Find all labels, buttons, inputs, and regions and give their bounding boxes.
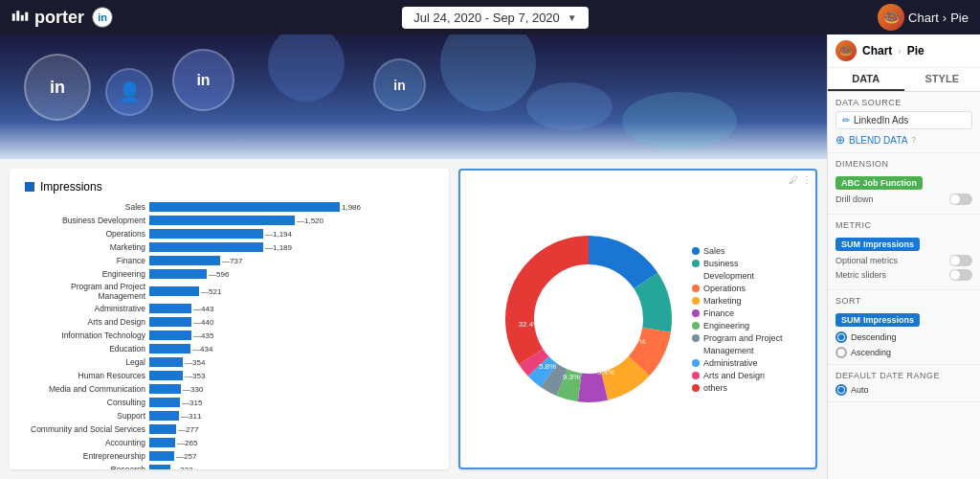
- bar-container: —223: [149, 464, 434, 469]
- bar-row: Consulting—315: [25, 397, 434, 408]
- tab-style[interactable]: STYLE: [904, 68, 981, 91]
- logo-text: porter: [34, 8, 84, 28]
- legend-dot-eng: [692, 322, 700, 330]
- bar-value: —330: [183, 385, 203, 394]
- metric-sliders-toggle[interactable]: [949, 269, 972, 281]
- bar-value: —435: [193, 331, 213, 340]
- legend-dot-mkt: [692, 297, 700, 305]
- bar-fill: [149, 331, 191, 340]
- bar-row: Research—223: [25, 464, 434, 469]
- toolbar-icon-1[interactable]: 🖊: [789, 174, 798, 185]
- bar-value: —353: [185, 372, 205, 380]
- bar-fill: [149, 451, 174, 461]
- auto-radio[interactable]: [835, 384, 847, 396]
- bar-value: —315: [182, 399, 202, 407]
- bar-label: Human Resources: [25, 371, 149, 380]
- svg-point-0: [546, 276, 632, 362]
- bar-row: Administrative—443: [25, 303, 434, 314]
- pie-label-fin: 5.8%: [539, 362, 556, 371]
- bar-fill: [149, 465, 170, 469]
- panel-chart-icon: 🍩: [835, 40, 857, 61]
- bar-row: Information Technology—435: [25, 330, 434, 341]
- bar-fill: [149, 304, 191, 313]
- legend-dot-ops: [692, 285, 700, 292]
- bar-row: Support—311: [25, 410, 434, 422]
- bar-row: Community and Social Services—277: [25, 423, 434, 435]
- ascending-radio[interactable]: [835, 347, 847, 358]
- pie-legend: Sales Business Development Operatio: [692, 246, 783, 393]
- bar-container: —315: [149, 397, 434, 408]
- bar-container: —1,194: [149, 228, 434, 240]
- pie-chart-svg: 15.6% 11.9% 9.4% 9.3% 5.8% 32.4%: [493, 223, 684, 415]
- bar-fill: [149, 384, 181, 394]
- dimension-chip-prefix: ABC: [841, 178, 860, 188]
- bar-row: Engineering—596: [25, 268, 434, 280]
- bar-label: Arts and Design: [25, 317, 149, 327]
- toolbar-icon-2[interactable]: ⋮: [802, 174, 812, 185]
- descending-radio[interactable]: [835, 331, 847, 343]
- dimension-chip[interactable]: ABC Job Function: [835, 176, 923, 190]
- bar-value: —1,520: [297, 217, 323, 225]
- bar-row: Business Development—1,520: [25, 215, 434, 226]
- bar-fill: [149, 242, 263, 252]
- legend-dot-sales: [692, 247, 700, 255]
- drill-down-toggle[interactable]: [949, 194, 972, 205]
- default-date-range-label: Default date range: [835, 371, 972, 380]
- bar-container: —265: [149, 437, 434, 448]
- data-source-selector[interactable]: ✏ LinkedIn Ads: [835, 111, 972, 129]
- auto-label: Auto: [851, 385, 869, 395]
- legend-ppm-2: Management: [692, 346, 783, 355]
- legend-fin: Finance: [692, 308, 783, 318]
- bar-label: Media and Communication: [25, 384, 149, 394]
- descending-label: Descending: [851, 332, 897, 342]
- bar-fill: [149, 317, 191, 327]
- date-range-picker[interactable]: Jul 24, 2020 - Sep 7, 2020 ▼: [402, 7, 588, 29]
- bar-label: Sales: [25, 202, 149, 212]
- drill-down-row: Drill down: [835, 194, 972, 205]
- bar-row: Sales1,986: [25, 201, 434, 213]
- dimension-label: Dimension: [835, 159, 972, 169]
- panel-chart-label: Chart: [862, 44, 892, 57]
- bar-label: Support: [25, 411, 149, 421]
- legend-ops: Operations: [692, 284, 783, 293]
- bar-row: Marketing—1,189: [25, 241, 434, 253]
- legend-mkt: Marketing: [692, 296, 783, 306]
- optional-metrics-toggle[interactable]: [949, 255, 972, 266]
- plus-icon: ⊕: [835, 133, 845, 147]
- pie-container: 15.6% 11.9% 9.4% 9.3% 5.8% 32.4% Sales: [468, 178, 808, 460]
- legend-dot-admin: [692, 359, 700, 367]
- sort-descending[interactable]: Descending: [835, 331, 972, 343]
- bar-label: Information Technology: [25, 331, 149, 340]
- pie-label: Pie: [950, 11, 969, 25]
- canvas-area: in 👤 in in Impressions: [0, 34, 827, 479]
- blend-data-button[interactable]: ⊕ BLEND DATA ?: [835, 133, 972, 147]
- bar-row: Accounting—265: [25, 437, 434, 448]
- legend-dot-others: [692, 384, 700, 392]
- bar-fill: [149, 344, 190, 354]
- bar-label: Marketing: [25, 242, 149, 252]
- sort-chip[interactable]: SUM Impressions: [835, 313, 920, 327]
- data-source-label: Data source: [835, 98, 972, 107]
- tab-data[interactable]: DATA: [828, 68, 904, 91]
- bar-label: Business Development: [25, 216, 149, 225]
- bar-value: —1,194: [265, 230, 292, 239]
- sort-ascending[interactable]: Ascending: [835, 347, 972, 358]
- bar-fill: [149, 398, 180, 407]
- pie-label-mkt: 9.3%: [563, 373, 580, 381]
- metric-chip[interactable]: SUM Impressions: [835, 238, 920, 251]
- pie-chart-panel[interactable]: 🖊 ⋮: [458, 169, 817, 469]
- sort-label: Sort: [835, 296, 972, 306]
- legend-arts: Arts and Design: [692, 371, 783, 380]
- legend-sales: Sales: [692, 246, 783, 256]
- pencil-icon: ✏: [842, 115, 850, 125]
- bar-row: Arts and Design—440: [25, 316, 434, 328]
- data-source-name: LinkedIn Ads: [854, 115, 908, 125]
- panel-tabs: DATA STYLE: [828, 68, 980, 92]
- bar-value: —265: [177, 439, 197, 447]
- dimension-value: Job Function: [863, 178, 918, 188]
- bar-value: —443: [193, 305, 213, 313]
- auto-date-range[interactable]: Auto: [835, 384, 972, 396]
- metric-section: Metric SUM Impressions Optional metrics …: [828, 215, 980, 290]
- bar-container: —1,520: [149, 215, 434, 226]
- bar-fill: [149, 286, 199, 296]
